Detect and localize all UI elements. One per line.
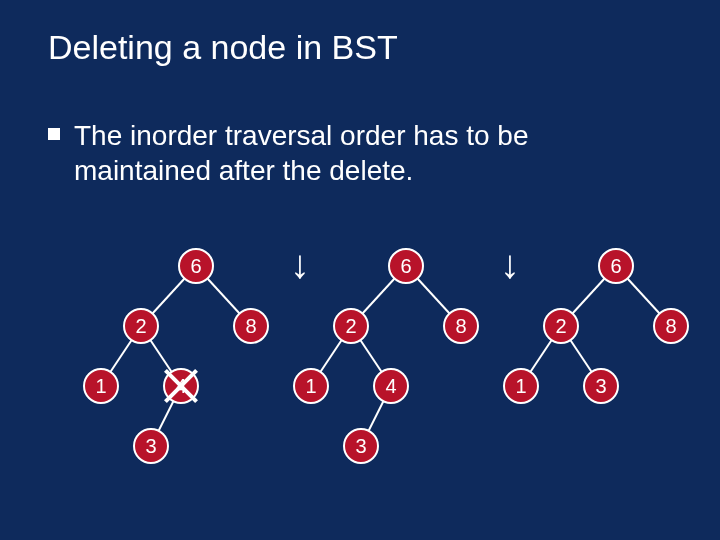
tree1-node-3: 3: [133, 428, 169, 464]
tree2-node-6: 6: [388, 248, 424, 284]
arrow-down-icon: ↓: [290, 244, 310, 284]
tree2-node-4: 4: [373, 368, 409, 404]
diagram-stage: ↓ ↓ 6 2 8 1 4 3 6 2 8 1 4 3 6 2 8 1 3: [0, 0, 720, 540]
tree2-node-8: 8: [443, 308, 479, 344]
tree3-node-3: 3: [583, 368, 619, 404]
tree2-node-2: 2: [333, 308, 369, 344]
tree3-node-2: 2: [543, 308, 579, 344]
arrow-down-icon: ↓: [500, 244, 520, 284]
tree3-node-1: 1: [503, 368, 539, 404]
tree3-node-6: 6: [598, 248, 634, 284]
tree3-node-8: 8: [653, 308, 689, 344]
tree1-node-1: 1: [83, 368, 119, 404]
tree1-node-2: 2: [123, 308, 159, 344]
tree2-node-1: 1: [293, 368, 329, 404]
cross-out-icon: [161, 366, 201, 406]
tree2-node-3: 3: [343, 428, 379, 464]
tree1-node-8: 8: [233, 308, 269, 344]
tree1-node-6: 6: [178, 248, 214, 284]
